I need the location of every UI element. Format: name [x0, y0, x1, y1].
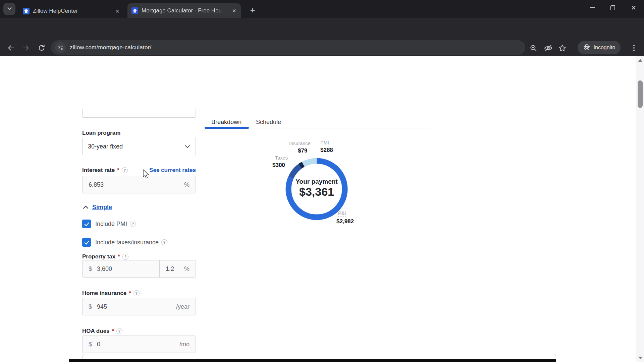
dollar-prefix: $	[89, 303, 92, 310]
simple-toggle[interactable]: Simple	[83, 204, 112, 211]
property-tax-pct-value: 1.2	[166, 265, 174, 273]
loan-program-select[interactable]: 30-year fixed	[82, 138, 196, 155]
pmi-value: $288	[320, 147, 333, 154]
percent-suffix: %	[184, 265, 190, 273]
chevron-up-icon	[83, 204, 89, 210]
restore-button[interactable]	[602, 0, 623, 15]
eye-off-icon[interactable]	[542, 42, 554, 54]
help-icon[interactable]: ?	[133, 290, 140, 296]
minimize-icon	[590, 7, 595, 8]
refresh-button[interactable]	[35, 42, 48, 54]
include-taxes-checkbox[interactable]	[82, 238, 91, 247]
zillow-favicon	[131, 7, 138, 14]
active-tab-underline	[205, 127, 249, 129]
interest-rate-value: 6.853	[89, 181, 104, 188]
loan-program-value: 30-year fixed	[88, 143, 123, 150]
close-icon[interactable]: ×	[115, 8, 120, 14]
help-icon[interactable]: ?	[116, 328, 122, 334]
tab-title: Zillow HelpCenter	[33, 8, 111, 14]
browser-toolbar: zillow.com/mortgage-calculator/ Incognit…	[0, 18, 644, 56]
zoom-out-button[interactable]	[527, 42, 539, 54]
required-asterisk: *	[129, 290, 131, 297]
help-icon[interactable]: ?	[122, 254, 128, 260]
include-taxes-label: Include taxes/insurance ?	[95, 239, 167, 246]
required-asterisk: *	[112, 328, 114, 335]
payment-center-label: Your payment	[283, 178, 350, 185]
check-icon	[84, 240, 90, 245]
percent-suffix: %	[184, 181, 190, 188]
site-settings-icon[interactable]	[55, 42, 66, 53]
close-icon: ✕	[631, 5, 636, 11]
check-icon	[84, 221, 90, 227]
restore-icon	[610, 5, 615, 10]
browser-chrome: Zillow HelpCenter × Mortgage Calculator …	[0, 0, 644, 56]
tab-breakdown[interactable]: Breakdown	[211, 119, 241, 126]
property-tax-label: Property tax * ?	[82, 253, 128, 260]
minimize-button[interactable]	[582, 0, 602, 15]
forward-icon	[22, 44, 30, 52]
property-tax-percent-segment[interactable]: 1.2 %	[160, 260, 196, 277]
window-controls: ✕	[582, 0, 644, 15]
property-tax-field[interactable]: $ 3,600 1.2 %	[82, 260, 196, 278]
home-insurance-value: 945	[97, 303, 107, 310]
interest-rate-field[interactable]: 6.853 %	[82, 176, 196, 193]
p-and-i-label[interactable]: P&I	[338, 210, 346, 217]
forward-button[interactable]	[19, 42, 32, 54]
close-window-button[interactable]: ✕	[623, 0, 644, 15]
menu-kebab-icon[interactable]	[628, 42, 640, 54]
page-content: Loan program 30-year fixed Interest rate…	[0, 56, 644, 362]
home-insurance-field[interactable]: $ 945 /year	[82, 298, 196, 315]
incognito-badge[interactable]: Incognito	[578, 41, 621, 54]
help-icon[interactable]: ?	[130, 221, 136, 227]
tab-search-button[interactable]	[3, 3, 15, 15]
required-asterisk: *	[118, 253, 120, 260]
tab-strip: Zillow HelpCenter × Mortgage Calculator …	[0, 0, 644, 18]
zillow-favicon	[23, 8, 30, 14]
dollar-prefix: $	[89, 265, 92, 273]
include-taxes-row: Include taxes/insurance ?	[82, 238, 167, 247]
browser-window: Zillow HelpCenter × Mortgage Calculator …	[0, 0, 644, 362]
mouse-cursor	[143, 169, 151, 179]
include-pmi-checkbox[interactable]	[82, 220, 91, 228]
back-button[interactable]	[5, 42, 17, 54]
back-icon	[7, 44, 15, 52]
pmi-label: PMI	[320, 140, 329, 145]
scrollbar-thumb[interactable]	[638, 80, 643, 108]
dollar-prefix: $	[89, 341, 92, 348]
property-tax-dollar-segment[interactable]: $ 3,600	[83, 260, 160, 277]
address-bar[interactable]: zillow.com/mortgage-calculator/	[51, 40, 525, 55]
chevron-down-icon	[7, 6, 12, 12]
hoa-dues-label: HOA dues * ?	[82, 328, 122, 335]
see-current-rates-row: See current rates	[82, 167, 196, 174]
down-payment-field-partial[interactable]	[82, 109, 196, 118]
hoa-dues-value: 0	[97, 341, 100, 348]
help-icon[interactable]: ?	[161, 239, 167, 245]
p-and-i-value: $2,982	[336, 218, 354, 225]
scroll-up-arrow[interactable]	[638, 59, 642, 62]
bottom-dark-strip	[69, 359, 556, 362]
scroll-down-arrow[interactable]	[638, 357, 642, 359]
simple-link[interactable]: Simple	[92, 204, 112, 211]
insurance-value: $79	[298, 147, 307, 154]
tab-title: Mortgage Calculator - Free Hou	[142, 7, 228, 14]
property-tax-value: 3,600	[97, 265, 112, 273]
home-insurance-label: Home insurance * ?	[82, 290, 140, 297]
tab-zillow-helpcenter[interactable]: Zillow HelpCenter ×	[19, 4, 124, 18]
see-current-rates-link[interactable]: See current rates	[149, 167, 196, 173]
refresh-icon	[38, 44, 46, 52]
new-tab-button[interactable]: +	[247, 4, 258, 16]
bookmark-star-icon[interactable]	[556, 42, 568, 54]
payment-center-value: $3,361	[283, 185, 350, 198]
tab-schedule[interactable]: Schedule	[256, 119, 281, 126]
insurance-label: Insurance	[289, 141, 311, 146]
incognito-icon	[583, 43, 591, 52]
close-icon[interactable]: ×	[231, 7, 237, 14]
chevron-down-icon	[185, 143, 190, 150]
per-year-suffix: /year	[176, 303, 190, 310]
url-text[interactable]: zillow.com/mortgage-calculator/	[70, 44, 151, 51]
hoa-dues-field[interactable]: $ 0 /mo	[82, 336, 196, 353]
tab-mortgage-calculator[interactable]: Mortgage Calculator - Free Hou ×	[127, 3, 241, 18]
include-pmi-row: Include PMI ?	[82, 220, 136, 228]
vertical-scrollbar[interactable]	[636, 56, 644, 362]
per-month-suffix: /mo	[179, 341, 190, 348]
